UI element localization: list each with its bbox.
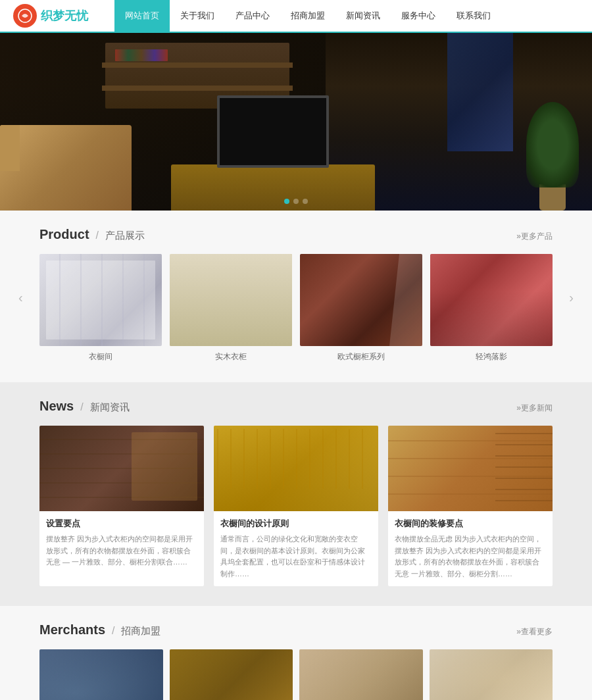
- hero-banner: [0, 33, 592, 211]
- product-item-2[interactable]: 实木衣柜: [170, 254, 292, 362]
- news-title-zh: 新闻资讯: [90, 401, 130, 414]
- product-grid: 衣橱间 实木衣柜 欧式橱柜系列 轻鸿落影: [39, 254, 553, 362]
- news-desc-3: 衣物摆放全品无虑 因为步入式衣柜内的空间，摆放整齐 因为步入式衣柜内的空间都是采…: [395, 534, 546, 580]
- hero-tv-stand: [171, 164, 375, 211]
- product-img-3: [300, 254, 422, 346]
- merchants-more[interactable]: »查看更多: [516, 626, 553, 638]
- product-item-4[interactable]: 轻鸿落影: [430, 254, 553, 362]
- merchants-grid: 加盟优势 加盟流程 加盟条件 加盟政策: [39, 649, 553, 700]
- news-img-2: [214, 426, 378, 511]
- main-nav: 网站首页 关于我们 产品中心 招商加盟 新闻资讯 服务中心 联系我们: [114, 0, 501, 32]
- nav-item-news[interactable]: 新闻资讯: [335, 0, 391, 32]
- nav-item-home[interactable]: 网站首页: [114, 0, 170, 32]
- news-title-3: 衣橱间的装修要点: [395, 518, 546, 530]
- news-title-2: 衣橱间的设计原则: [220, 518, 372, 530]
- merchants-title-en: Merchants: [39, 622, 105, 638]
- hero-dot-3[interactable]: [303, 199, 308, 204]
- product-label-4: 轻鸿落影: [476, 351, 507, 362]
- product-title-en: Product: [39, 227, 89, 242]
- product-item-3[interactable]: 欧式橱柜系列: [300, 254, 422, 362]
- news-content-3: 衣橱间的装修要点 衣物摆放全品无虑 因为步入式衣柜内的空间，摆放整齐 因为步入式…: [388, 511, 553, 586]
- nav-item-merchants[interactable]: 招商加盟: [280, 0, 335, 32]
- nav-item-service[interactable]: 服务中心: [391, 0, 446, 32]
- merchants-divider: /: [112, 625, 114, 637]
- news-desc-2: 通常而言，公司的绿化文化和宽敞的变衣空间，是衣橱间的基本设计原则。衣橱间为公家具…: [220, 534, 372, 580]
- hero-window: [447, 33, 513, 151]
- product-title-zh: 产品展示: [105, 230, 145, 242]
- news-title-en: News: [39, 399, 74, 414]
- merchant-item-3[interactable]: 加盟条件: [299, 649, 423, 700]
- product-label-1: 衣橱间: [89, 351, 112, 362]
- logo-icon: [13, 4, 37, 28]
- news-img-1: [39, 426, 204, 511]
- product-img-2: [170, 254, 292, 346]
- product-header: Product / 产品展示 »更多产品: [39, 227, 553, 242]
- merchants-section: Merchants / 招商加盟 »查看更多 加盟优势 加盟流程 加盟条件 加盟…: [0, 606, 592, 700]
- hero-plant-container: [526, 105, 579, 211]
- nav-item-about[interactable]: 关于我们: [170, 0, 225, 32]
- product-more[interactable]: »更多产品: [516, 231, 553, 242]
- hero-books: [115, 49, 168, 61]
- logo-svg-icon: [18, 9, 32, 23]
- hero-dot-1[interactable]: [284, 199, 289, 204]
- merchant-item-2[interactable]: 加盟流程: [170, 649, 293, 700]
- product-prev-arrow[interactable]: ‹: [18, 290, 23, 305]
- hero-sofa-arm: [0, 125, 20, 171]
- logo[interactable]: 织梦无忧: [13, 4, 88, 28]
- news-item-3[interactable]: 衣橱间的装修要点 衣物摆放全品无虑 因为步入式衣柜内的空间，摆放整齐 因为步入式…: [388, 426, 553, 586]
- product-label-3: 欧式橱柜系列: [337, 351, 385, 362]
- merchant-item-1[interactable]: 加盟优势: [39, 649, 163, 700]
- hero-dots: [284, 199, 308, 204]
- news-desc-1: 摆放整齐 因为步入式衣柜内的空间都是采用开放形式，所有的衣物都摆放在外面，容积簇…: [46, 534, 197, 568]
- hero-shelf-mid: [102, 86, 293, 91]
- news-grid: 设置要点 摆放整齐 因为步入式衣柜内的空间都是采用开放形式，所有的衣物都摆放在外…: [39, 426, 553, 586]
- news-more[interactable]: »更多新闻: [516, 403, 553, 414]
- nav-item-contact[interactable]: 联系我们: [446, 0, 501, 32]
- news-header: News / 新闻资讯 »更多新闻: [39, 399, 553, 414]
- product-img-4: [430, 254, 553, 346]
- news-item-2[interactable]: 衣橱间的设计原则 通常而言，公司的绿化文化和宽敞的变衣空间，是衣橱间的基本设计原…: [214, 426, 378, 586]
- product-img-1: [39, 254, 162, 346]
- hero-sofa: [0, 125, 132, 211]
- hero-dot-2[interactable]: [293, 199, 299, 204]
- product-next-arrow[interactable]: ›: [569, 290, 574, 305]
- hero-plant-tree: [526, 102, 579, 188]
- merchant-item-4[interactable]: 加盟政策: [430, 649, 553, 700]
- product-section: Product / 产品展示 »更多产品 ‹ 衣橱间 实木衣柜 欧式橱柜系列: [0, 211, 592, 382]
- nav-item-product[interactable]: 产品中心: [225, 0, 280, 32]
- news-content-2: 衣橱间的设计原则 通常而言，公司的绿化文化和宽敞的变衣空间，是衣橱间的基本设计原…: [214, 511, 378, 586]
- news-section: News / 新闻资讯 »更多新闻 设置要点 摆放整齐 因为步入式衣柜内的空间都…: [0, 382, 592, 606]
- news-divider: /: [80, 401, 83, 413]
- product-item-1[interactable]: 衣橱间: [39, 254, 162, 362]
- logo-text: 织梦无忧: [41, 8, 88, 24]
- product-divider: /: [96, 230, 99, 241]
- hero-shelf-top: [102, 63, 293, 68]
- hero-plant-pot: [539, 184, 566, 211]
- news-title-1: 设置要点: [46, 518, 197, 530]
- hero-tv: [217, 95, 329, 168]
- product-label-2: 实木衣柜: [215, 351, 247, 362]
- news-content-1: 设置要点 摆放整齐 因为步入式衣柜内的空间都是采用开放形式，所有的衣物都摆放在外…: [39, 511, 204, 575]
- header: 织梦无忧 网站首页 关于我们 产品中心 招商加盟 新闻资讯 服务中心 联系我们: [0, 0, 592, 33]
- news-img-3: [388, 426, 553, 511]
- news-item-1[interactable]: 设置要点 摆放整齐 因为步入式衣柜内的空间都是采用开放形式，所有的衣物都摆放在外…: [39, 426, 204, 586]
- merchants-title-zh: 招商加盟: [121, 625, 160, 638]
- merchants-header: Merchants / 招商加盟 »查看更多: [39, 622, 553, 638]
